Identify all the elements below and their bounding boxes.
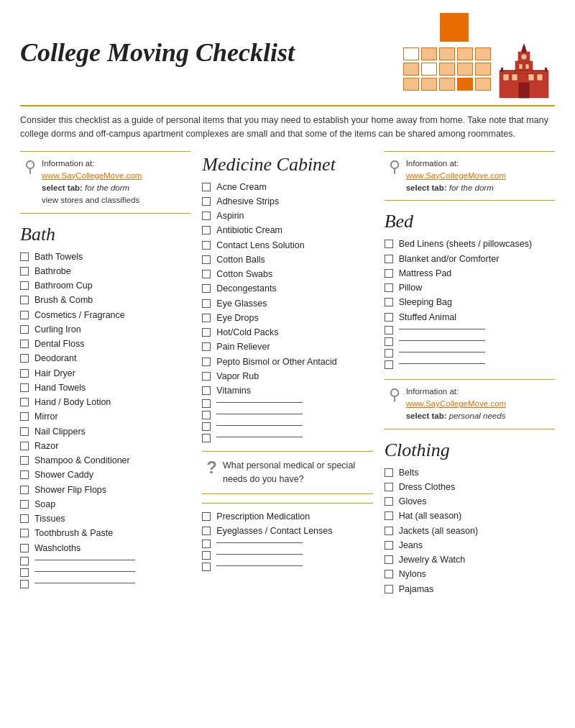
checkbox[interactable] [385,527,393,535]
checkbox[interactable] [202,284,211,293]
info-url-left[interactable]: www.SayCollegeMove.com [42,171,142,180]
checkbox[interactable] [202,342,211,351]
checkbox[interactable] [202,563,211,571]
checkbox[interactable] [202,270,211,278]
checkbox[interactable] [202,512,211,521]
list-item: Eye Drops [202,312,372,324]
checkbox[interactable] [202,183,211,191]
checkbox[interactable] [385,283,393,292]
checkbox[interactable] [385,269,393,278]
checkbox[interactable] [385,240,393,248]
checkbox[interactable] [20,470,29,479]
checkbox[interactable] [385,555,393,564]
checkbox[interactable] [20,267,29,276]
grid-cell [439,78,455,91]
checkbox[interactable] [20,427,29,436]
checkbox[interactable] [385,360,393,369]
question-icon: ? [206,459,217,476]
checkbox[interactable] [385,337,393,346]
checkbox[interactable] [20,500,29,509]
checkbox[interactable] [385,511,393,520]
item-label: Hot/Cold Packs [216,327,278,338]
checkbox[interactable] [385,255,393,263]
checkbox[interactable] [202,422,211,431]
checkbox[interactable] [20,252,29,261]
clothing-list: Belts Dress Clothes Gloves Hat (all seas… [385,467,555,595]
list-item: Hand Towels [20,382,190,393]
checkbox[interactable] [202,551,211,560]
checkbox[interactable] [385,313,393,322]
checkbox[interactable] [20,486,29,494]
checkbox[interactable] [202,372,211,381]
checkbox[interactable] [202,328,211,337]
blank-line [34,571,135,572]
checkbox[interactable] [20,369,29,378]
checkbox[interactable] [202,197,211,206]
checkbox[interactable] [20,398,29,406]
item-label: Belts [399,467,419,478]
info-url-rt[interactable]: www.SayCollegeMove.com [406,171,506,180]
checkbox[interactable] [202,255,211,264]
checkbox[interactable] [20,354,29,363]
item-label: Gloves [399,496,427,507]
info-text-left: Information at: www.SayCollegeMove.com s… [42,158,142,207]
checkbox[interactable] [385,585,393,593]
list-item: Adhesive Strips [202,196,372,207]
checkbox[interactable] [202,411,211,419]
list-item-blank [20,568,190,577]
checkbox[interactable] [202,211,211,220]
checkbox[interactable] [20,383,29,392]
item-label: Pain Reliever [216,341,270,352]
list-item: Contact Lens Solution [202,240,372,251]
checkbox[interactable] [385,298,393,306]
checkbox[interactable] [202,527,211,535]
checkbox[interactable] [385,570,393,578]
item-label: Nail Clippers [34,426,86,437]
checkbox[interactable] [20,568,29,577]
checkbox[interactable] [20,340,29,348]
checkbox[interactable] [385,468,393,477]
checkbox[interactable] [385,497,393,506]
info-select-value-rb: personal needs [449,411,506,420]
checkbox[interactable] [202,399,211,408]
info-url-rb[interactable]: www.SayCollegeMove.com [406,399,506,408]
checkbox[interactable] [202,314,211,322]
bed-list: Bed Linens (sheets / pillowcases) Blanke… [385,238,555,369]
checkbox[interactable] [20,412,29,421]
checkbox[interactable] [20,442,29,450]
checkbox[interactable] [20,529,29,537]
checkbox[interactable] [20,544,29,552]
item-label: Pepto Bismol or Other Antacid [216,356,336,368]
list-item: Cotton Balls [202,254,372,265]
item-label: Pajamas [399,583,434,595]
item-label: Nylons [399,568,426,580]
checkbox[interactable] [20,456,29,465]
checkbox[interactable] [202,358,211,366]
checkbox[interactable] [20,311,29,319]
checkbox[interactable] [385,483,393,491]
item-label: Bed Linens (sheets / pillowcases) [399,238,533,250]
list-item: Pepto Bismol or Other Antacid [202,356,372,368]
checkbox[interactable] [202,299,211,308]
checkbox[interactable] [202,386,211,395]
checkbox[interactable] [202,540,211,548]
building-icon [494,43,555,101]
item-label: Washcloths [34,542,80,554]
checkbox[interactable] [20,514,29,523]
checkbox[interactable] [385,541,393,550]
checkbox[interactable] [202,434,211,442]
checkbox[interactable] [20,557,29,565]
checkbox[interactable] [20,281,29,290]
checkbox[interactable] [385,349,393,358]
clothing-title: Clothing [385,440,555,461]
checkbox[interactable] [20,296,29,304]
grid-cell [421,63,437,76]
checkbox[interactable] [20,325,29,334]
bath-title: Bath [20,224,190,245]
checkbox[interactable] [20,580,29,588]
checkbox[interactable] [385,326,393,335]
blank-line [216,414,303,414]
item-label: Prescription Medication [216,511,310,522]
checkbox[interactable] [202,241,211,250]
checkbox[interactable] [202,226,211,235]
